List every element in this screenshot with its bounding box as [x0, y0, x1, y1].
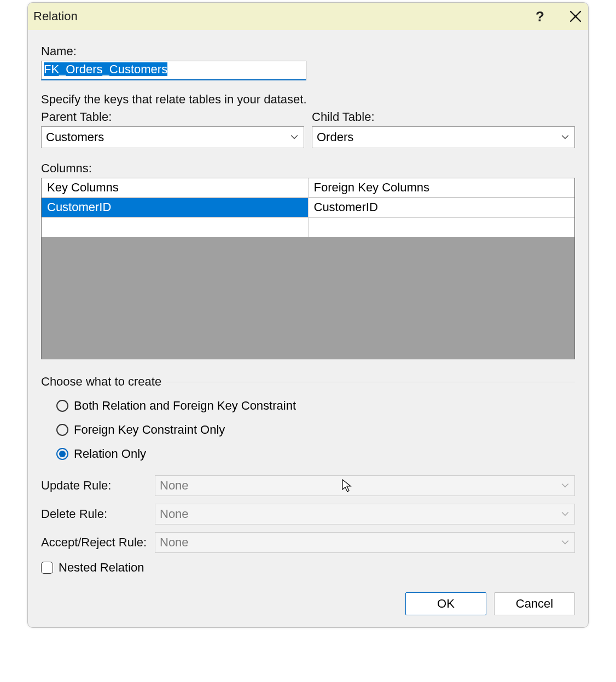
name-input[interactable]: FK_Orders_Customers: [41, 61, 306, 80]
grid-header-fk[interactable]: Foreign Key Columns: [309, 178, 575, 197]
parent-table-value: Customers: [46, 130, 104, 144]
chevron-down-icon: [561, 539, 569, 546]
name-label: Name:: [41, 44, 575, 59]
grid-header-key[interactable]: Key Columns: [42, 178, 309, 197]
grid-row[interactable]: CustomerID CustomerID: [42, 197, 574, 217]
name-input-selection: FK_Orders_Customers: [44, 62, 167, 76]
chevron-down-icon: [561, 510, 569, 518]
radio-circle: [56, 400, 68, 412]
spec-text: Specify the keys that relate tables in y…: [41, 92, 575, 107]
parent-table-label: Parent Table:: [41, 110, 304, 124]
close-icon[interactable]: [569, 10, 582, 22]
radio-fk-only[interactable]: Foreign Key Constraint Only: [56, 423, 575, 437]
dialog-title: Relation: [33, 9, 78, 24]
radio-both[interactable]: Both Relation and Foreign Key Constraint: [56, 399, 575, 413]
columns-grid[interactable]: Key Columns Foreign Key Columns Customer…: [41, 178, 575, 359]
chevron-down-icon: [561, 482, 569, 489]
update-rule-label: Update Rule:: [41, 479, 155, 493]
ok-button[interactable]: OK: [405, 592, 486, 615]
columns-label: Columns:: [41, 161, 575, 176]
dialog-body: Name: FK_Orders_Customers Specify the ke…: [28, 30, 588, 627]
child-table-select[interactable]: Orders: [312, 126, 575, 148]
create-group-label: Choose what to create: [41, 375, 161, 389]
create-group: Choose what to create: [41, 375, 575, 389]
grid-header: Key Columns Foreign Key Columns: [42, 178, 574, 197]
nested-relation-checkbox[interactable]: Nested Relation: [41, 561, 575, 575]
dialog-buttons: OK Cancel: [41, 592, 575, 615]
update-rule-value: None: [160, 479, 189, 493]
delete-rule-select: None: [155, 504, 575, 524]
group-separator: [166, 382, 575, 382]
radio-relation-only[interactable]: Relation Only: [56, 447, 575, 461]
chevron-down-icon: [290, 133, 298, 141]
child-table-label: Child Table:: [312, 110, 575, 124]
grid-cell-fk[interactable]: CustomerID: [309, 197, 575, 217]
checkbox-box: [41, 562, 53, 574]
help-icon[interactable]: ?: [536, 8, 544, 25]
grid-cell-key[interactable]: CustomerID: [42, 197, 309, 217]
grid-row-empty[interactable]: [42, 217, 574, 237]
radio-label: Relation Only: [74, 447, 146, 461]
titlebar: Relation ?: [28, 3, 588, 30]
radio-label: Both Relation and Foreign Key Constraint: [74, 399, 296, 413]
parent-table-select[interactable]: Customers: [41, 126, 304, 148]
cancel-button[interactable]: Cancel: [494, 592, 575, 615]
nested-relation-label: Nested Relation: [59, 561, 144, 575]
radio-group: Both Relation and Foreign Key Constraint…: [41, 389, 575, 475]
child-table-value: Orders: [317, 130, 353, 144]
grid-cell-empty[interactable]: [42, 217, 309, 237]
delete-rule-label: Delete Rule:: [41, 507, 155, 521]
radio-circle: [56, 424, 68, 436]
radio-label: Foreign Key Constraint Only: [74, 423, 225, 437]
chevron-down-icon: [561, 133, 569, 141]
titlebar-controls: ?: [536, 8, 582, 25]
radio-circle-checked: [56, 448, 68, 460]
grid-cell-empty[interactable]: [309, 217, 575, 237]
update-rule-select: None: [155, 475, 575, 496]
relation-dialog: Relation ? Name: FK_Orders_Customers Spe…: [27, 2, 589, 628]
accept-rule-select: None: [155, 532, 575, 553]
accept-rule-label: Accept/Reject Rule:: [41, 535, 155, 550]
delete-rule-value: None: [160, 507, 189, 521]
accept-rule-value: None: [160, 535, 189, 550]
